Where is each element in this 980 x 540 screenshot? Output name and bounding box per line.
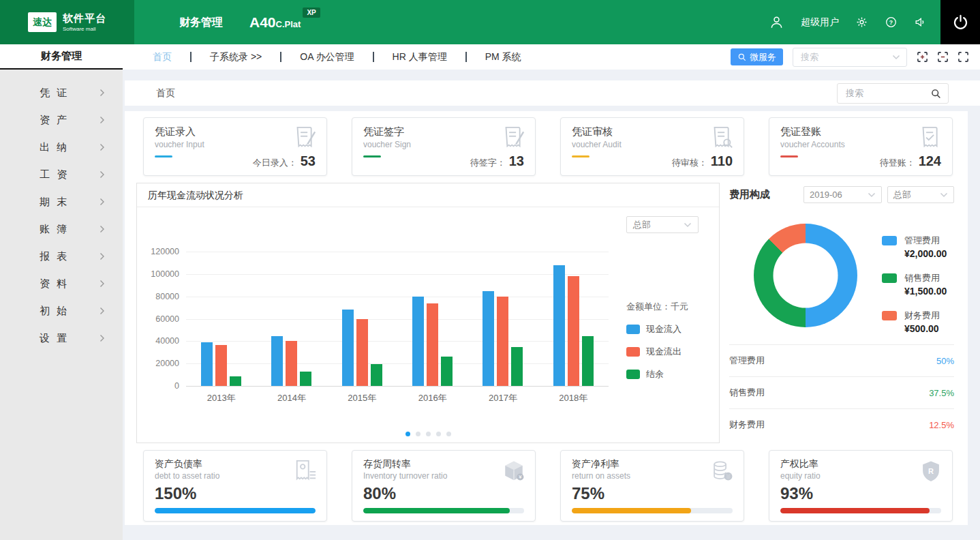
- sidebar-item[interactable]: 账 簿: [0, 215, 123, 243]
- stat-label: 待审核：: [672, 157, 707, 169]
- brand-subtitle: Software mall: [63, 26, 106, 32]
- progress-track: [780, 508, 941, 513]
- carousel-dot[interactable]: [446, 432, 451, 436]
- chevron-right-icon: [99, 252, 105, 260]
- ratio-card-subtitle: debt to asset ratio: [155, 471, 316, 481]
- top-header: 速达 软件平台 Software mall 财务管理 A40 C.Plat XP…: [0, 0, 980, 44]
- ratio-card-value: 93%: [780, 484, 941, 503]
- sidebar-item-label: 工 资: [40, 168, 69, 181]
- sidebar-item-label: 初 始: [40, 305, 69, 318]
- nav-search-box[interactable]: [793, 48, 907, 67]
- legend-swatch: [882, 236, 897, 245]
- nav-search-input[interactable]: [799, 51, 892, 63]
- progress-fill: [155, 508, 316, 513]
- carousel-dot[interactable]: [416, 432, 420, 436]
- voucher-card-subtitle: voucher Sign: [363, 140, 524, 149]
- expense-row-label: 管理费用: [729, 355, 765, 367]
- microservice-button[interactable]: 微服务: [731, 48, 783, 65]
- bar-group: [342, 310, 382, 386]
- progress-fill: [572, 508, 691, 513]
- doc-sign-icon: [502, 125, 525, 151]
- ratio-card[interactable]: 资产净利率return on assets75%¥: [560, 450, 744, 522]
- nav-row: 财务管理 首页子系统录 >>OA 办公管理HR 人事管理PM 系统 微服务: [0, 44, 980, 70]
- carousel-dot[interactable]: [436, 432, 441, 436]
- sidebar-item[interactable]: 工 资: [0, 161, 123, 188]
- bar: [215, 345, 227, 386]
- voucher-card-subtitle: voucher Audit: [572, 140, 733, 149]
- svg-text:R: R: [928, 467, 934, 475]
- accent-dash: [363, 155, 381, 158]
- chevron-right-icon: [99, 280, 105, 288]
- gear-icon[interactable]: [855, 16, 868, 29]
- speaker-icon[interactable]: [914, 16, 927, 29]
- sidebar-item[interactable]: 设 置: [0, 325, 123, 352]
- fullscreen-icon[interactable]: [958, 51, 969, 63]
- chevron-down-icon: [940, 192, 948, 198]
- search-icon[interactable]: [930, 88, 941, 99]
- legend-label: 结余: [646, 368, 664, 380]
- bar: [483, 291, 494, 386]
- voucher-card[interactable]: 凭证审核voucher Audit待审核：110: [560, 117, 744, 176]
- stat-value: 124: [919, 153, 941, 169]
- doc-edit-icon: [294, 125, 316, 151]
- page-search-box[interactable]: [837, 83, 949, 104]
- voucher-card[interactable]: 凭证录入voucher Input今日录入：53: [143, 117, 327, 176]
- sidebar-item-label: 期 末: [40, 196, 69, 209]
- page-search-input[interactable]: [844, 87, 930, 99]
- sidebar-item[interactable]: 资 产: [0, 106, 123, 134]
- cashflow-chart-title: 历年现金流动状况分析: [137, 183, 719, 207]
- breadcrumb[interactable]: 首页: [156, 87, 175, 100]
- help-icon[interactable]: ?: [885, 16, 898, 29]
- voucher-card-title: 凭证审核: [572, 125, 733, 138]
- top-tab[interactable]: 子系统录 >>: [192, 51, 280, 63]
- expense-panel: 费用构成 2019-06 总部 管理费用¥2,000.00销售费用¥1,500.…: [729, 183, 954, 443]
- expense-org-filter-value: 总部: [893, 189, 911, 201]
- sidebar-item[interactable]: 资 料: [0, 270, 123, 297]
- expense-org-filter-select[interactable]: 总部: [887, 186, 954, 203]
- voucher-card-stat: 待审核：110: [672, 153, 733, 169]
- org-filter-value: 总部: [633, 219, 651, 231]
- sidebar-item[interactable]: 凭 证: [0, 79, 123, 106]
- ratio-card-title: 产权比率: [780, 458, 941, 470]
- carousel-dot[interactable]: [405, 432, 410, 436]
- username[interactable]: 超级用户: [801, 16, 839, 29]
- user-icon[interactable]: [769, 14, 784, 30]
- month-filter-select[interactable]: 2019-06: [803, 186, 882, 203]
- bar-group: [483, 291, 523, 386]
- voucher-card-stat: 待签字：13: [470, 153, 524, 169]
- brand-mark: 速达: [28, 12, 57, 32]
- ratio-card-subtitle: return on assets: [572, 471, 733, 481]
- ratio-card[interactable]: 存货周转率Inventory turnover ratio80%¥: [352, 450, 536, 522]
- bar: [300, 372, 311, 386]
- window-controls: [917, 51, 969, 63]
- sidebar-item[interactable]: 报 表: [0, 243, 123, 270]
- legend-swatch: [626, 370, 640, 379]
- content-header: 首页: [125, 80, 980, 106]
- voucher-cards-row: 凭证录入voucher Input今日录入：53凭证签字voucher Sign…: [143, 117, 953, 176]
- y-axis-label: 80000: [155, 292, 179, 301]
- sidebar-item[interactable]: 出 纳: [0, 134, 123, 161]
- x-axis-label: 2016年: [418, 392, 447, 404]
- org-filter-select[interactable]: 总部: [626, 216, 699, 233]
- receipt-icon: [294, 459, 317, 483]
- brand-logo: 速达 软件平台 Software mall: [0, 0, 134, 44]
- ratio-card[interactable]: 产权比率equity ratio93%R: [769, 450, 953, 522]
- bar: [412, 297, 424, 386]
- coins-icon: ¥: [711, 459, 734, 483]
- top-tab[interactable]: 首页: [134, 51, 190, 63]
- sidebar-item[interactable]: 期 末: [0, 188, 123, 215]
- carousel-dot[interactable]: [426, 432, 431, 436]
- chevron-down-icon[interactable]: [892, 55, 900, 60]
- voucher-card[interactable]: 凭证签字voucher Sign待签字：13: [352, 117, 536, 176]
- chevron-right-icon: [99, 198, 105, 206]
- zoom-in-window-icon[interactable]: [917, 51, 928, 63]
- top-tab[interactable]: OA 办公管理: [281, 51, 372, 63]
- box-icon: ¥: [502, 459, 525, 483]
- power-button[interactable]: [940, 0, 980, 44]
- top-tab[interactable]: PM 系统: [467, 51, 540, 63]
- ratio-card[interactable]: 资产负债率debt to asset ratio150%: [143, 450, 327, 522]
- top-tab[interactable]: HR 人事管理: [374, 51, 465, 63]
- zoom-out-window-icon[interactable]: [937, 51, 949, 63]
- voucher-card[interactable]: 凭证登账voucher Accounts待登账：124: [769, 117, 953, 176]
- sidebar-item[interactable]: 初 始: [0, 297, 123, 325]
